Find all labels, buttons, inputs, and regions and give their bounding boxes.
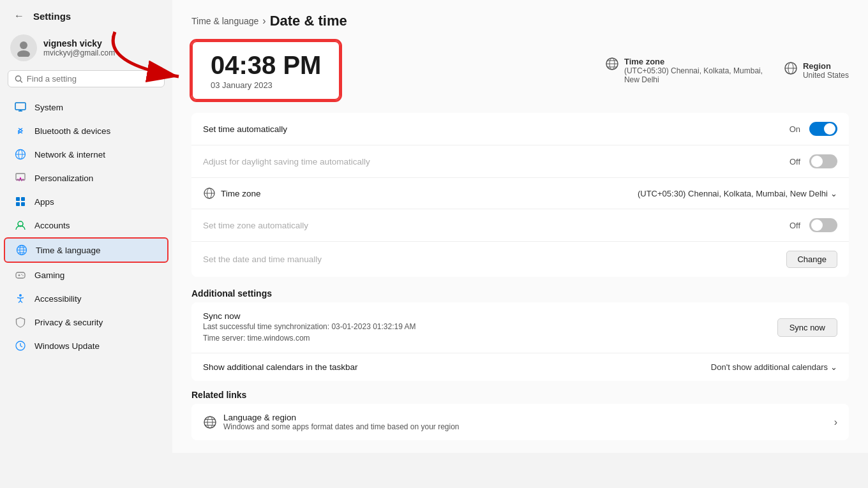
set-date-manual-row: Set the date and time manually Change bbox=[191, 242, 849, 277]
timezone-setting-label: Time zone bbox=[221, 189, 261, 198]
breadcrumb: Time & language › Date & time bbox=[191, 13, 849, 29]
svg-rect-14 bbox=[16, 202, 20, 206]
sidebar-item-privacy-security[interactable]: Privacy & security bbox=[4, 311, 168, 334]
sidebar-item-label-gaming: Gaming bbox=[34, 270, 64, 280]
timezone-row[interactable]: Time zone (UTC+05:30) Chennai, Kolkata, … bbox=[191, 178, 849, 209]
user-name: vignesh vicky bbox=[43, 38, 115, 48]
timezone-value: (UTC+05:30) Chennai, Kolkata, Mumbai, Ne… bbox=[624, 66, 765, 84]
chevron-down-icon-calendars: ⌄ bbox=[830, 362, 837, 372]
daylight-saving-row: Adjust for daylight saving time automati… bbox=[191, 145, 849, 178]
accounts-icon bbox=[14, 219, 27, 232]
set-time-auto-right: On bbox=[789, 122, 837, 136]
calendars-dropdown[interactable]: Don't show additional calendars ⌄ bbox=[711, 362, 837, 372]
gaming-icon bbox=[14, 269, 27, 281]
chevron-down-icon: ⌄ bbox=[830, 189, 837, 198]
search-input[interactable] bbox=[27, 74, 158, 84]
back-button[interactable]: ← bbox=[10, 9, 28, 23]
related-language-region[interactable]: Language & region Windows and some apps … bbox=[191, 404, 849, 440]
sidebar-item-label-bluetooth: Bluetooth & devices bbox=[34, 126, 110, 136]
sidebar-item-label-personalization: Personalization bbox=[34, 174, 93, 183]
related-item-title: Language & region bbox=[223, 413, 460, 422]
sidebar-item-personalization[interactable]: Personalization bbox=[4, 166, 168, 189]
time-settings-section: Set time automatically On Adjust for day… bbox=[191, 113, 849, 277]
svg-point-1 bbox=[17, 50, 30, 57]
sidebar-item-label-network: Network & internet bbox=[34, 150, 105, 159]
related-item-left: Language & region Windows and some apps … bbox=[203, 413, 460, 431]
time-display-section: 04:38 PM 03 January 2023 Time zone (UTC+… bbox=[191, 41, 849, 100]
timezone-block: Time zone (UTC+05:30) Chennai, Kolkata, … bbox=[605, 57, 765, 84]
system-icon bbox=[14, 101, 27, 114]
region-value: United States bbox=[803, 71, 849, 80]
breadcrumb-parent: Time & language bbox=[191, 16, 258, 26]
sidebar-item-apps[interactable]: Apps bbox=[4, 190, 168, 213]
sync-info: Sync now Last successful time synchroniz… bbox=[203, 311, 416, 344]
search-icon bbox=[15, 75, 23, 84]
nav-list: System Bluetooth & devices Network & int… bbox=[0, 94, 172, 488]
accessibility-icon bbox=[14, 292, 27, 305]
timezone-setting-right: (UTC+05:30) Chennai, Kolkata, Mumbai, Ne… bbox=[638, 189, 837, 198]
timezone-dropdown[interactable]: (UTC+05:30) Chennai, Kolkata, Mumbai, Ne… bbox=[638, 189, 837, 198]
user-section[interactable]: vignesh vicky mvickyvj@gmail.com bbox=[0, 28, 172, 70]
sidebar-item-label-system: System bbox=[34, 103, 63, 112]
region-block: Region United States bbox=[784, 61, 849, 80]
set-tz-auto-state: Off bbox=[789, 221, 800, 230]
set-date-manual-label: Set the date and time manually bbox=[203, 255, 322, 264]
timezone-setting-value: (UTC+05:30) Chennai, Kolkata, Mumbai, Ne… bbox=[638, 189, 828, 198]
breadcrumb-separator: › bbox=[262, 15, 266, 27]
svg-rect-4 bbox=[15, 103, 26, 110]
network-icon bbox=[14, 148, 27, 161]
region-globe-icon bbox=[784, 61, 798, 75]
sidebar-item-network[interactable]: Network & internet bbox=[4, 143, 168, 166]
sync-now-button[interactable]: Sync now bbox=[777, 318, 837, 337]
related-links-header: Related links bbox=[191, 381, 849, 404]
sidebar-item-label-privacy-security: Privacy & security bbox=[34, 318, 103, 327]
daylight-saving-toggle bbox=[809, 154, 837, 168]
user-info: vignesh vicky mvickyvj@gmail.com bbox=[43, 38, 115, 57]
sidebar-header: ← Settings bbox=[0, 0, 172, 28]
avatar bbox=[10, 34, 37, 61]
svg-rect-15 bbox=[21, 202, 25, 206]
svg-rect-13 bbox=[21, 197, 25, 201]
user-email: mvickyvj@gmail.com bbox=[43, 48, 115, 57]
related-item-sub: Windows and some apps format dates and t… bbox=[223, 422, 460, 431]
svg-point-0 bbox=[20, 41, 27, 49]
daylight-saving-state: Off bbox=[789, 157, 800, 166]
sidebar-item-time-language[interactable]: Time & language bbox=[4, 237, 168, 263]
additional-settings-section: Sync now Last successful time synchroniz… bbox=[191, 302, 849, 381]
sidebar-item-label-apps: Apps bbox=[34, 197, 54, 207]
sidebar-item-accounts[interactable]: Accounts bbox=[4, 214, 168, 237]
calendars-row[interactable]: Show additional calendars in the taskbar… bbox=[191, 353, 849, 381]
daylight-saving-right: Off bbox=[789, 154, 837, 168]
sidebar-item-bluetooth[interactable]: Bluetooth & devices bbox=[4, 119, 168, 142]
personalization-icon bbox=[14, 172, 27, 184]
set-tz-auto-right: Off bbox=[789, 218, 837, 232]
sync-row[interactable]: Sync now Last successful time synchroniz… bbox=[191, 302, 849, 353]
svg-point-27 bbox=[19, 294, 22, 297]
time-language-icon bbox=[15, 244, 28, 256]
tz-region-info: Time zone (UTC+05:30) Chennai, Kolkata, … bbox=[605, 57, 849, 84]
change-button[interactable]: Change bbox=[786, 251, 837, 268]
sidebar-item-label-time-language: Time & language bbox=[36, 246, 101, 255]
sync-title: Sync now bbox=[203, 311, 416, 321]
time-box: 04:38 PM 03 January 2023 bbox=[191, 41, 340, 100]
set-time-auto-toggle[interactable] bbox=[809, 122, 837, 136]
sidebar-item-accessibility[interactable]: Accessibility bbox=[4, 287, 168, 310]
timezone-row-icon bbox=[203, 187, 216, 200]
language-region-icon bbox=[203, 415, 217, 429]
sidebar-item-gaming[interactable]: Gaming bbox=[4, 263, 168, 286]
related-item-text: Language & region Windows and some apps … bbox=[223, 413, 460, 431]
svg-point-2 bbox=[15, 75, 20, 80]
sidebar-title: Settings bbox=[33, 11, 71, 22]
sidebar-item-windows-update[interactable]: Windows Update bbox=[4, 334, 168, 357]
set-time-auto-row[interactable]: Set time automatically On bbox=[191, 113, 849, 145]
set-time-auto-state: On bbox=[789, 124, 800, 134]
time-value: 04:38 PM bbox=[211, 51, 321, 79]
sidebar: ← Settings vignesh vicky mvickyvj@gmail.… bbox=[0, 0, 172, 488]
windows-update-icon bbox=[14, 339, 27, 352]
page-title: Date & time bbox=[270, 13, 347, 29]
sidebar-item-system[interactable]: System bbox=[4, 96, 168, 119]
sidebar-item-label-accessibility: Accessibility bbox=[34, 294, 82, 304]
sidebar-item-label-accounts: Accounts bbox=[34, 221, 70, 230]
search-box[interactable] bbox=[8, 70, 165, 87]
date-value: 03 January 2023 bbox=[211, 80, 273, 90]
